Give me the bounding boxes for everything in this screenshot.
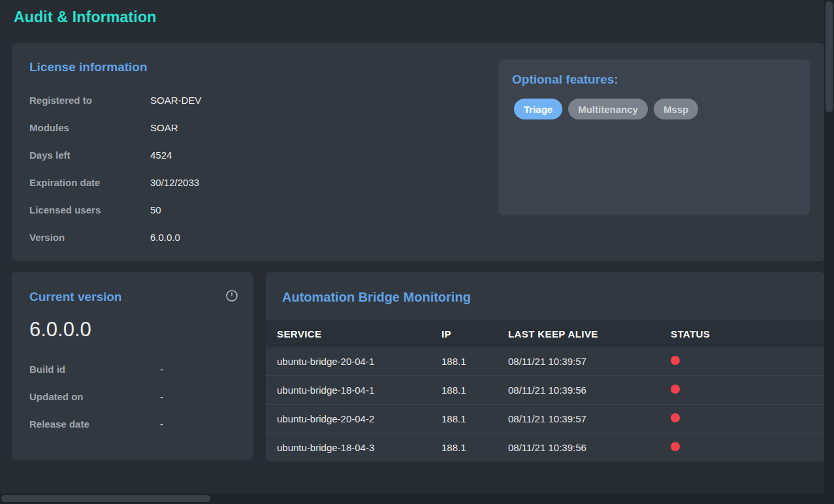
feature-pill-triage[interactable]: Triage (514, 99, 562, 119)
history-clock-icon[interactable] (225, 289, 238, 302)
current-version-number: 6.0.0.0 (29, 318, 91, 341)
feature-pills: Triage Multitenancy Mssp (514, 99, 698, 119)
cell-ip: 188.1 (430, 385, 497, 396)
status-offline-dot (671, 385, 680, 394)
table-row: ubuntu-bridge-20-04-2 188.1 08/11/21 10:… (266, 405, 824, 433)
license-field-expiration-date: Expiration date 30/12/2033 (29, 168, 304, 196)
column-header-ip: IP (430, 328, 497, 339)
field-label: Licensed users (29, 204, 150, 215)
license-info-card: License information Registered to SOAR-D… (12, 43, 824, 261)
field-value: SOAR (150, 122, 178, 133)
field-label: Modules (29, 122, 150, 133)
bridge-monitoring-card: Automation Bridge Monitoring SERVICE IP … (266, 272, 824, 462)
version-field-release-date: Release date - (29, 410, 235, 437)
field-label: Registered to (29, 95, 150, 106)
status-offline-dot (671, 413, 680, 422)
field-value: 50 (150, 204, 161, 215)
cell-last-keep-alive: 08/11/21 10:39:57 (497, 356, 660, 367)
cell-last-keep-alive: 08/11/21 10:39:57 (497, 413, 660, 424)
field-value: 6.0.0.0 (150, 232, 180, 243)
cell-status (660, 385, 824, 396)
field-value: - (160, 391, 163, 402)
cell-service: ubuntu-bridge-20-04-1 (266, 356, 430, 367)
horizontal-scrollbar[interactable] (0, 494, 824, 504)
cell-ip: 188.1 (430, 356, 497, 367)
table-row: ubuntu-bridge-20-04-1 188.1 08/11/21 10:… (266, 347, 824, 376)
vertical-scrollbar[interactable] (824, 0, 834, 504)
column-header-service: SERVICE (266, 328, 430, 339)
cell-last-keep-alive: 08/11/21 10:39:56 (497, 385, 660, 396)
cell-last-keep-alive: 08/11/21 10:39:56 (497, 442, 660, 453)
field-label: Build id (29, 364, 160, 375)
current-version-card: Current version 6.0.0.0 Build id - Updat… (12, 272, 253, 460)
field-label: Days left (29, 150, 150, 161)
license-field-days-left: Days left 4524 (29, 141, 304, 168)
cell-status (660, 356, 824, 367)
optional-features-panel: Optional features: Triage Multitenancy M… (498, 59, 810, 215)
license-field-licensed-users: Licensed users 50 (29, 196, 304, 223)
cell-status (660, 442, 824, 453)
column-header-last-keep-alive: LAST KEEP ALIVE (497, 328, 660, 339)
table-row: ubuntu-bridge-18-04-1 188.1 08/11/21 10:… (266, 376, 824, 405)
license-field-version: Version 6.0.0.0 (29, 223, 304, 251)
horizontal-scrollbar-thumb[interactable] (1, 495, 210, 502)
version-field-updated-on: Updated on - (29, 383, 235, 410)
license-field-registered-to: Registered to SOAR-DEV (29, 86, 304, 114)
cell-service: ubuntu-bridge-18-04-1 (266, 385, 430, 396)
feature-pill-multitenancy[interactable]: Multitenancy (568, 99, 648, 119)
cell-ip: 188.1 (430, 413, 497, 424)
status-offline-dot (671, 356, 680, 365)
cell-status (660, 413, 824, 424)
status-offline-dot (671, 442, 680, 451)
cell-ip: 188.1 (430, 442, 497, 453)
license-info-title: License information (29, 60, 148, 74)
license-fields: Registered to SOAR-DEV Modules SOAR Days… (29, 86, 304, 251)
field-label: Expiration date (29, 177, 150, 188)
bridge-monitoring-title: Automation Bridge Monitoring (282, 290, 471, 305)
field-value: SOAR-DEV (150, 95, 201, 106)
field-value: - (160, 418, 163, 430)
field-label: Version (29, 232, 150, 243)
field-label: Updated on (29, 391, 160, 402)
current-version-title: Current version (29, 290, 121, 304)
field-value: 30/12/2033 (150, 177, 199, 188)
license-field-modules: Modules SOAR (29, 114, 304, 141)
cell-service: ubuntu-bridge-20-04-2 (266, 413, 430, 424)
table-header-row: SERVICE IP LAST KEEP ALIVE STATUS (266, 320, 824, 347)
table-row: ubuntu-bridge-18-04-3 188.1 08/11/21 10:… (266, 433, 824, 462)
feature-pill-mssp[interactable]: Mssp (654, 99, 698, 119)
field-value: - (160, 364, 163, 375)
bridge-table: SERVICE IP LAST KEEP ALIVE STATUS ubuntu… (266, 320, 824, 462)
field-value: 4524 (150, 150, 172, 161)
optional-features-title: Optional features: (512, 72, 618, 87)
version-field-build-id: Build id - (29, 355, 235, 383)
cell-service: ubuntu-bridge-18-04-3 (266, 442, 430, 453)
column-header-status: STATUS (660, 328, 824, 339)
field-label: Release date (29, 418, 160, 430)
page-title: Audit & Information (14, 8, 156, 26)
vertical-scrollbar-thumb[interactable] (826, 1, 833, 112)
version-fields: Build id - Updated on - Release date - (29, 355, 235, 437)
